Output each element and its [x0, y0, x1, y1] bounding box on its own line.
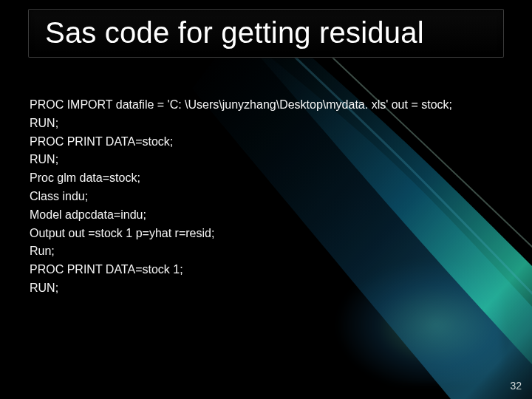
title-container: Sas code for getting residual — [0, 0, 532, 58]
title-bar: Sas code for getting residual — [28, 9, 504, 58]
code-line: RUN; — [30, 279, 502, 298]
code-line: PROC PRINT DATA=stock 1; — [30, 261, 502, 279]
code-line: PROC IMPORT datafile = 'C: \Users\junyzh… — [30, 96, 502, 115]
page-number: 32 — [510, 380, 522, 392]
slide: Sas code for getting residual PROC IMPOR… — [0, 0, 532, 399]
code-line: PROC PRINT DATA=stock; — [30, 133, 502, 151]
slide-title: Sas code for getting residual — [29, 10, 503, 57]
code-line: Output out =stock 1 p=yhat r=resid; — [30, 225, 502, 243]
code-line: Class indu; — [30, 188, 502, 206]
code-line: Run; — [30, 242, 502, 261]
code-line: Proc glm data=stock; — [30, 169, 502, 188]
slide-body: PROC IMPORT datafile = 'C: \Users\junyzh… — [0, 58, 532, 298]
code-line: Model adpcdata=indu; — [30, 206, 502, 225]
code-line: RUN; — [30, 151, 502, 169]
code-line: RUN; — [30, 115, 502, 133]
